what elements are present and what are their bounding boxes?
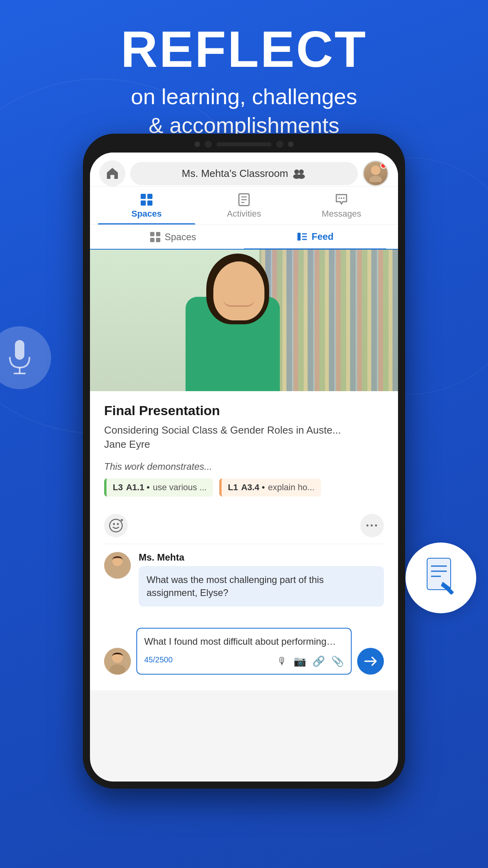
svg-rect-28 (156, 238, 160, 242)
home-icon (105, 166, 119, 180)
home-button[interactable] (99, 160, 125, 186)
comment-row-1: Ms. Mehta What was the most challenging … (104, 552, 384, 607)
message-input[interactable]: What I found most difficult about perfor… (136, 628, 352, 675)
camera-front-2 (276, 141, 283, 148)
app-content: Ms. Mehta's Classroom (90, 153, 398, 690)
svg-rect-16 (141, 200, 146, 206)
header-subtitle: on learning, challenges& accomplishments (31, 83, 457, 140)
comment-bubble-1: What was the most challenging part of th… (139, 566, 384, 607)
tag-desc-2: explain ho... (268, 482, 315, 493)
person-face (213, 261, 264, 320)
tag-row: L3 A1.1 • use various ... L1 A3.4 • expl… (104, 478, 384, 497)
spaces-tab-label: Spaces (131, 209, 161, 219)
attachment-input-icon[interactable]: 📎 (331, 655, 344, 668)
more-options-button[interactable]: ··· (360, 514, 384, 537)
tag-code-2: A3.4 • (241, 482, 265, 493)
video-player[interactable]: ▶ (90, 250, 398, 391)
svg-rect-29 (297, 233, 301, 241)
feed-subtab-icon (297, 231, 308, 242)
svg-point-33 (110, 519, 122, 532)
svg-rect-0 (15, 340, 24, 360)
classroom-selector[interactable]: Ms. Mehta's Classroom (130, 162, 358, 185)
svg-rect-15 (147, 194, 152, 199)
tag-pill-1: L3 A1.1 • use various ... (104, 478, 213, 497)
comments-section: Ms. Mehta What was the most challenging … (104, 552, 384, 624)
post-subtitle: Considering Social Class & Gender Roles … (104, 423, 384, 452)
document-decoration (405, 542, 476, 613)
svg-rect-3 (427, 558, 451, 590)
svg-point-22 (338, 197, 340, 199)
activities-tab-label: Activities (227, 209, 261, 219)
tab-messages[interactable]: Messages (293, 187, 390, 224)
speaker (216, 142, 272, 146)
main-tab-bar: Spaces Activities (90, 187, 398, 225)
activities-tab-icon (237, 193, 251, 206)
camera-input-icon[interactable]: 📷 (294, 655, 306, 668)
svg-point-8 (294, 169, 299, 174)
tab-spaces[interactable]: Spaces (98, 187, 195, 224)
classroom-name: Ms. Mehta's Classroom (182, 167, 288, 180)
commenter-person-icon (108, 555, 127, 576)
camera-front (205, 141, 212, 148)
sub-tab-feed[interactable]: Feed (244, 225, 386, 250)
commenter-avatar-1 (104, 552, 131, 579)
link-input-icon[interactable]: 🔗 (312, 655, 325, 668)
input-row: What I found most difficult about perfor… (104, 624, 384, 679)
messages-tab-label: Messages (322, 209, 361, 219)
comment-text-1: What was the most challenging part of th… (147, 574, 324, 598)
svg-point-34 (113, 523, 115, 525)
spaces-subtab-icon (150, 232, 161, 243)
svg-point-42 (110, 664, 125, 675)
more-dots: ··· (366, 518, 379, 533)
tag-desc-1: use various ... (153, 482, 207, 493)
person-smile (223, 299, 255, 307)
mic-input-icon[interactable]: 🎙 (277, 655, 287, 668)
add-reaction-button[interactable] (104, 514, 128, 537)
sub-tab-spaces[interactable]: Spaces (102, 225, 244, 249)
page-title: REFLECT (31, 24, 457, 75)
svg-rect-27 (150, 238, 154, 242)
tag-level-1: L3 (113, 482, 123, 493)
tag-pill-2: L1 A3.4 • explain ho... (219, 478, 321, 497)
top-nav: Ms. Mehta's Classroom (90, 153, 398, 187)
mic-icon (4, 338, 35, 377)
header-section: REFLECT on learning, challenges& accompl… (0, 24, 488, 140)
notification-dot (380, 162, 387, 169)
feed-subtab-label: Feed (312, 231, 334, 242)
svg-rect-17 (147, 200, 152, 206)
tab-activities[interactable]: Activities (195, 187, 293, 224)
svg-rect-26 (156, 232, 160, 236)
user-avatar[interactable] (363, 160, 389, 186)
svg-point-11 (298, 174, 305, 179)
tag-code-1: A1.1 • (126, 482, 150, 493)
tag-level-2: L1 (228, 482, 238, 493)
reply-avatar-icon (104, 648, 131, 675)
post-title: Final Presentation (104, 403, 384, 418)
messages-tab-icon (335, 193, 348, 206)
input-footer: 45/2500 🎙 📷 🔗 📎 (144, 652, 344, 668)
svg-rect-14 (141, 194, 146, 199)
sensor-dot-1 (194, 142, 200, 147)
comment-body-1: Ms. Mehta What was the most challenging … (139, 552, 384, 607)
input-toolbar: 🎙 📷 🔗 📎 (277, 655, 344, 668)
document-icon (421, 556, 460, 600)
add-emoji-icon (109, 519, 123, 533)
sub-tab-bar: Spaces Feed (90, 225, 398, 250)
svg-point-39 (110, 568, 125, 576)
svg-rect-25 (150, 232, 154, 236)
svg-point-23 (341, 197, 342, 199)
sensor-dot-2 (288, 142, 294, 147)
char-count: 45/2500 (144, 655, 172, 664)
phone-device: Ms. Mehta's Classroom (83, 134, 405, 789)
send-button[interactable] (357, 648, 384, 675)
send-icon (363, 654, 378, 668)
svg-point-24 (343, 197, 345, 199)
video-background: ▶ (90, 250, 398, 391)
video-content (90, 250, 398, 391)
demonstrates-label: This work demonstrates... (104, 461, 384, 472)
phone-sensors (90, 141, 398, 148)
reaction-row: ··· (104, 508, 384, 544)
svg-point-13 (369, 176, 382, 182)
people-icon (292, 168, 306, 179)
spaces-tab-icon (140, 193, 153, 206)
